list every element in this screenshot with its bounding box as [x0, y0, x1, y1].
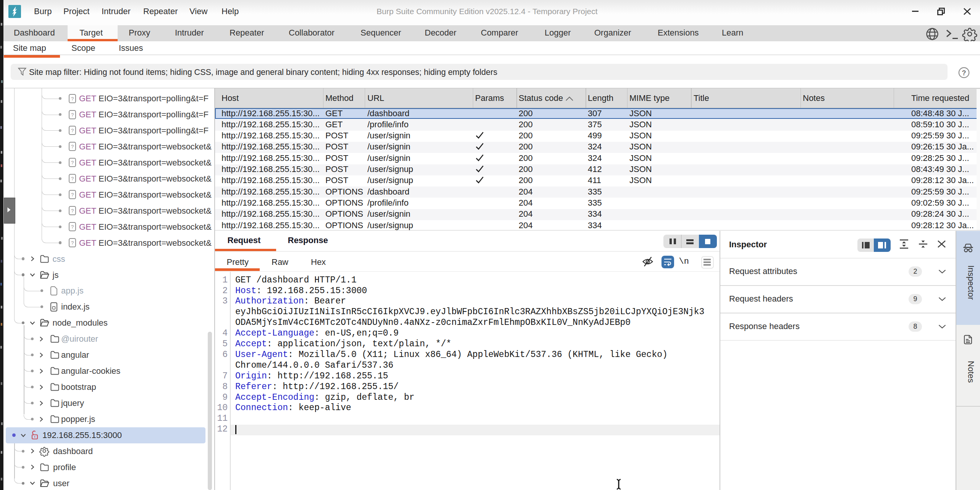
svg-text:?: ?: [962, 69, 966, 77]
svg-text:?: ?: [71, 112, 73, 118]
svg-text:?: ?: [71, 160, 73, 165]
svg-text:?: ?: [71, 240, 73, 246]
svg-text:?: ?: [71, 224, 73, 230]
svg-text:?: ?: [71, 208, 73, 214]
svg-text:?: ?: [71, 96, 73, 102]
svg-text:?: ?: [71, 192, 73, 198]
svg-text:?: ?: [71, 176, 73, 182]
svg-text:?: ?: [71, 144, 73, 149]
svg-text:?: ?: [71, 128, 73, 133]
